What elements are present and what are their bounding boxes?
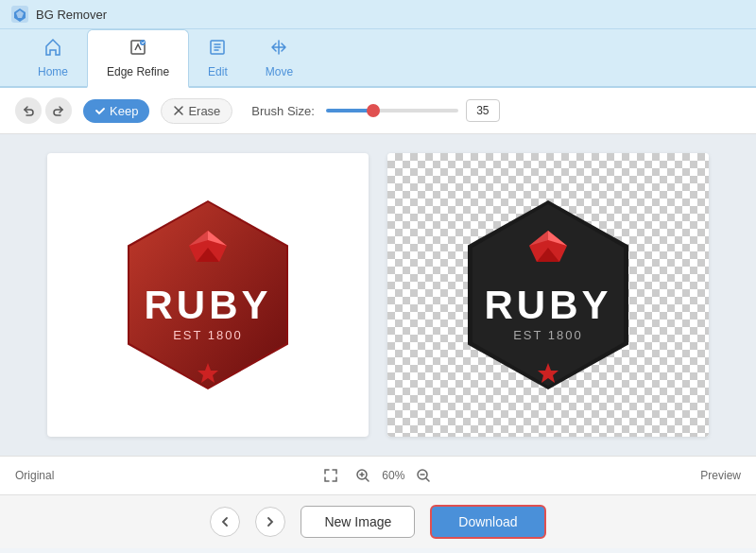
home-icon	[43, 38, 62, 61]
main-content: RUBY EST 1800 RUBY EST 1800	[0, 134, 756, 456]
app-icon	[11, 6, 28, 23]
title-bar: BG Remover	[0, 0, 756, 29]
erase-icon	[173, 105, 184, 116]
erase-button[interactable]: Erase	[161, 98, 232, 124]
original-image-panel: RUBY EST 1800	[47, 153, 369, 437]
preview-ruby-logo: RUBY EST 1800	[435, 181, 662, 408]
nav-home-label: Home	[38, 65, 68, 78]
zoom-level: 60%	[382, 469, 404, 482]
edge-refine-icon	[129, 38, 147, 61]
zoom-fit-icon	[323, 468, 338, 483]
brush-size-label: Brush Size:	[251, 104, 314, 118]
svg-text:RUBY: RUBY	[484, 283, 611, 327]
undo-redo-group	[15, 97, 72, 124]
keep-label: Keep	[110, 104, 138, 118]
nav-item-move[interactable]: Move	[247, 30, 312, 88]
edit-icon	[208, 38, 227, 61]
nav-item-home[interactable]: Home	[19, 30, 87, 88]
svg-text:RUBY: RUBY	[144, 283, 271, 327]
zoom-in-icon	[355, 468, 370, 483]
status-right: Preview	[700, 469, 741, 482]
original-label: Original	[15, 469, 54, 482]
status-left: Original	[15, 469, 54, 482]
zoom-out-icon	[416, 468, 431, 483]
app-title: BG Remover	[36, 8, 107, 22]
move-icon	[269, 38, 288, 61]
erase-label: Erase	[188, 104, 220, 118]
chevron-left-icon	[219, 516, 231, 527]
brush-slider-group: 35	[326, 99, 500, 122]
status-bar: Original 60% Preview	[0, 456, 756, 494]
brush-size-slider[interactable]	[326, 109, 458, 112]
redo-button[interactable]	[45, 97, 72, 124]
download-button[interactable]: Download	[430, 505, 545, 539]
prev-arrow-button[interactable]	[210, 507, 240, 537]
keep-button[interactable]: Keep	[83, 99, 149, 123]
zoom-in-button[interactable]	[350, 462, 376, 489]
nav-item-edge-refine[interactable]: Edge Refine	[87, 29, 189, 88]
new-image-button[interactable]: New Image	[301, 506, 415, 538]
chevron-right-icon	[265, 516, 276, 527]
keep-check-icon	[94, 105, 106, 116]
svg-point-4	[140, 40, 146, 45]
toolbar: Keep Erase Brush Size: 35	[0, 88, 756, 134]
zoom-fit-button[interactable]	[318, 462, 344, 489]
action-bar: New Image Download	[0, 494, 756, 548]
status-center: 60%	[318, 462, 437, 489]
original-ruby-logo: RUBY EST 1800	[94, 181, 321, 408]
zoom-out-button[interactable]	[410, 462, 437, 489]
new-image-label: New Image	[324, 514, 391, 529]
undo-button[interactable]	[15, 97, 42, 124]
nav-item-edit[interactable]: Edit	[189, 30, 247, 88]
preview-image-panel: RUBY EST 1800	[387, 153, 709, 437]
transparency-background: RUBY EST 1800	[387, 153, 709, 437]
next-arrow-button[interactable]	[255, 507, 285, 537]
nav-bar: Home Edge Refine Edit Move	[0, 29, 756, 88]
svg-text:EST 1800: EST 1800	[173, 328, 243, 342]
nav-edit-label: Edit	[208, 65, 228, 78]
download-label: Download	[458, 514, 517, 529]
svg-text:EST 1800: EST 1800	[513, 328, 583, 342]
brush-value-display: 35	[466, 99, 500, 122]
preview-label: Preview	[700, 469, 741, 482]
nav-move-label: Move	[266, 65, 293, 78]
nav-edge-refine-label: Edge Refine	[107, 65, 169, 78]
